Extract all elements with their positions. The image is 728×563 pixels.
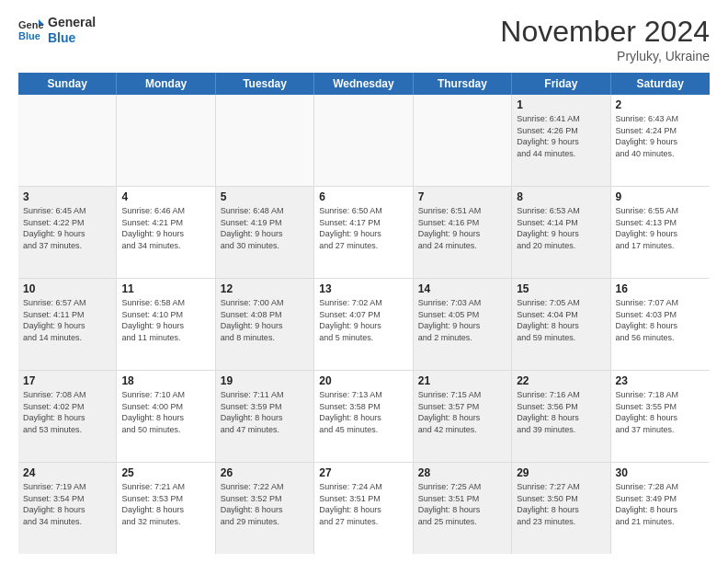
day-number: 3 xyxy=(23,190,111,203)
logo-general-text: General xyxy=(48,15,96,30)
calendar-cell: 28Sunrise: 7:25 AM Sunset: 3:51 PM Dayli… xyxy=(414,463,512,554)
day-info: Sunrise: 7:28 AM Sunset: 3:49 PM Dayligh… xyxy=(616,481,705,527)
day-number: 29 xyxy=(517,466,605,479)
day-info: Sunrise: 6:48 AM Sunset: 4:19 PM Dayligh… xyxy=(221,205,309,251)
calendar-row-3: 10Sunrise: 6:57 AM Sunset: 4:11 PM Dayli… xyxy=(18,279,710,371)
calendar-cell: 15Sunrise: 7:05 AM Sunset: 4:04 PM Dayli… xyxy=(512,279,610,370)
day-info: Sunrise: 7:02 AM Sunset: 4:07 PM Dayligh… xyxy=(319,297,407,343)
month-title: November 2024 xyxy=(500,15,710,49)
day-info: Sunrise: 7:11 AM Sunset: 3:59 PM Dayligh… xyxy=(221,389,309,435)
day-number: 23 xyxy=(616,374,705,387)
day-info: Sunrise: 6:46 AM Sunset: 4:21 PM Dayligh… xyxy=(121,205,210,251)
day-number: 9 xyxy=(616,190,705,203)
day-number: 15 xyxy=(517,282,605,295)
calendar-cell xyxy=(18,95,117,186)
calendar-cell: 13Sunrise: 7:02 AM Sunset: 4:07 PM Dayli… xyxy=(314,279,413,370)
day-number: 7 xyxy=(418,190,506,203)
subtitle: Pryluky, Ukraine xyxy=(500,49,710,63)
day-info: Sunrise: 7:15 AM Sunset: 3:57 PM Dayligh… xyxy=(418,389,506,435)
day-info: Sunrise: 7:03 AM Sunset: 4:05 PM Dayligh… xyxy=(418,297,506,343)
day-info: Sunrise: 6:43 AM Sunset: 4:24 PM Dayligh… xyxy=(616,113,705,159)
calendar-body: 1Sunrise: 6:41 AM Sunset: 4:26 PM Daylig… xyxy=(18,95,710,554)
calendar-cell: 9Sunrise: 6:55 AM Sunset: 4:13 PM Daylig… xyxy=(611,187,710,278)
day-number: 16 xyxy=(616,282,705,295)
calendar-cell: 4Sunrise: 6:46 AM Sunset: 4:21 PM Daylig… xyxy=(117,187,215,278)
day-info: Sunrise: 7:21 AM Sunset: 3:53 PM Dayligh… xyxy=(121,481,210,527)
day-info: Sunrise: 7:07 AM Sunset: 4:03 PM Dayligh… xyxy=(616,297,705,343)
day-number: 1 xyxy=(517,98,605,111)
day-info: Sunrise: 7:22 AM Sunset: 3:52 PM Dayligh… xyxy=(221,481,309,527)
day-number: 17 xyxy=(23,374,111,387)
day-number: 4 xyxy=(121,190,210,203)
header-day-friday: Friday xyxy=(512,73,610,95)
title-block: November 2024 Pryluky, Ukraine xyxy=(500,15,710,63)
day-info: Sunrise: 6:41 AM Sunset: 4:26 PM Dayligh… xyxy=(517,113,605,159)
calendar-cell: 8Sunrise: 6:53 AM Sunset: 4:14 PM Daylig… xyxy=(512,187,610,278)
calendar-cell xyxy=(314,95,413,186)
calendar-cell xyxy=(117,95,215,186)
calendar-cell: 21Sunrise: 7:15 AM Sunset: 3:57 PM Dayli… xyxy=(414,371,512,462)
calendar-cell: 23Sunrise: 7:18 AM Sunset: 3:55 PM Dayli… xyxy=(611,371,710,462)
day-info: Sunrise: 7:19 AM Sunset: 3:54 PM Dayligh… xyxy=(23,481,111,527)
day-number: 5 xyxy=(221,190,309,203)
day-info: Sunrise: 7:00 AM Sunset: 4:08 PM Dayligh… xyxy=(221,297,309,343)
day-number: 30 xyxy=(616,466,705,479)
header-day-saturday: Saturday xyxy=(611,73,710,95)
day-number: 27 xyxy=(319,466,407,479)
calendar-cell: 6Sunrise: 6:50 AM Sunset: 4:17 PM Daylig… xyxy=(314,187,413,278)
day-info: Sunrise: 7:25 AM Sunset: 3:51 PM Dayligh… xyxy=(418,481,506,527)
day-number: 20 xyxy=(319,374,407,387)
calendar-cell: 12Sunrise: 7:00 AM Sunset: 4:08 PM Dayli… xyxy=(216,279,314,370)
day-number: 2 xyxy=(616,98,705,111)
day-info: Sunrise: 7:27 AM Sunset: 3:50 PM Dayligh… xyxy=(517,481,605,527)
day-number: 25 xyxy=(121,466,210,479)
day-info: Sunrise: 7:05 AM Sunset: 4:04 PM Dayligh… xyxy=(517,297,605,343)
day-number: 19 xyxy=(221,374,309,387)
calendar-cell: 19Sunrise: 7:11 AM Sunset: 3:59 PM Dayli… xyxy=(216,371,314,462)
day-info: Sunrise: 6:51 AM Sunset: 4:16 PM Dayligh… xyxy=(418,205,506,251)
day-number: 22 xyxy=(517,374,605,387)
logo-icon: General Blue xyxy=(18,17,44,43)
day-info: Sunrise: 7:10 AM Sunset: 4:00 PM Dayligh… xyxy=(121,389,210,435)
calendar-row-4: 17Sunrise: 7:08 AM Sunset: 4:02 PM Dayli… xyxy=(18,371,710,463)
day-number: 21 xyxy=(418,374,506,387)
day-number: 14 xyxy=(418,282,506,295)
day-info: Sunrise: 6:58 AM Sunset: 4:10 PM Dayligh… xyxy=(121,297,210,343)
logo-blue-text: Blue xyxy=(48,30,96,46)
day-info: Sunrise: 7:18 AM Sunset: 3:55 PM Dayligh… xyxy=(616,389,705,435)
day-info: Sunrise: 7:13 AM Sunset: 3:58 PM Dayligh… xyxy=(319,389,407,435)
day-number: 6 xyxy=(319,190,407,203)
day-info: Sunrise: 6:55 AM Sunset: 4:13 PM Dayligh… xyxy=(616,205,705,251)
day-number: 18 xyxy=(121,374,210,387)
calendar-cell: 3Sunrise: 6:45 AM Sunset: 4:22 PM Daylig… xyxy=(18,187,117,278)
header: General Blue General Blue November 2024 … xyxy=(18,15,710,63)
calendar-row-2: 3Sunrise: 6:45 AM Sunset: 4:22 PM Daylig… xyxy=(18,187,710,279)
day-info: Sunrise: 6:53 AM Sunset: 4:14 PM Dayligh… xyxy=(517,205,605,251)
day-number: 28 xyxy=(418,466,506,479)
calendar-cell: 29Sunrise: 7:27 AM Sunset: 3:50 PM Dayli… xyxy=(512,463,610,554)
day-number: 12 xyxy=(221,282,309,295)
page: General Blue General Blue November 2024 … xyxy=(0,0,728,563)
header-day-thursday: Thursday xyxy=(414,73,512,95)
calendar-header: SundayMondayTuesdayWednesdayThursdayFrid… xyxy=(18,73,710,95)
logo: General Blue General Blue xyxy=(18,15,96,46)
day-number: 24 xyxy=(23,466,111,479)
calendar-cell: 17Sunrise: 7:08 AM Sunset: 4:02 PM Dayli… xyxy=(18,371,117,462)
calendar-cell xyxy=(414,95,512,186)
header-day-monday: Monday xyxy=(117,73,215,95)
calendar-cell: 22Sunrise: 7:16 AM Sunset: 3:56 PM Dayli… xyxy=(512,371,610,462)
day-number: 26 xyxy=(221,466,309,479)
day-number: 8 xyxy=(517,190,605,203)
header-day-sunday: Sunday xyxy=(18,73,117,95)
calendar-row-5: 24Sunrise: 7:19 AM Sunset: 3:54 PM Dayli… xyxy=(18,463,710,554)
calendar: SundayMondayTuesdayWednesdayThursdayFrid… xyxy=(18,73,710,554)
calendar-cell: 16Sunrise: 7:07 AM Sunset: 4:03 PM Dayli… xyxy=(611,279,710,370)
day-number: 11 xyxy=(121,282,210,295)
calendar-cell: 20Sunrise: 7:13 AM Sunset: 3:58 PM Dayli… xyxy=(314,371,413,462)
day-info: Sunrise: 7:24 AM Sunset: 3:51 PM Dayligh… xyxy=(319,481,407,527)
calendar-cell: 24Sunrise: 7:19 AM Sunset: 3:54 PM Dayli… xyxy=(18,463,117,554)
day-info: Sunrise: 7:16 AM Sunset: 3:56 PM Dayligh… xyxy=(517,389,605,435)
day-info: Sunrise: 6:50 AM Sunset: 4:17 PM Dayligh… xyxy=(319,205,407,251)
day-info: Sunrise: 6:45 AM Sunset: 4:22 PM Dayligh… xyxy=(23,205,111,251)
calendar-cell: 14Sunrise: 7:03 AM Sunset: 4:05 PM Dayli… xyxy=(414,279,512,370)
